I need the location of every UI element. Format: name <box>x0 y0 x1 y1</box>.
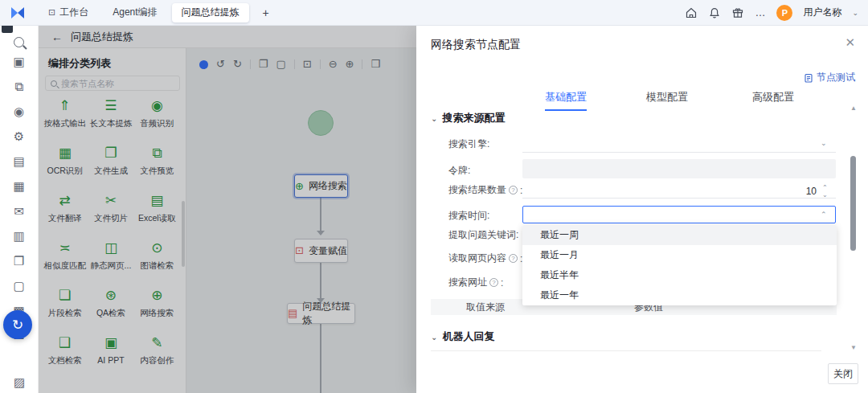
start-node[interactable] <box>308 110 334 136</box>
option-last-year[interactable]: 最近一年 <box>522 285 837 305</box>
stepper-down-icon[interactable]: ⌄ <box>822 192 828 199</box>
calendar-icon[interactable]: ▦ <box>13 180 24 193</box>
section-robot-reply[interactable]: ⌄ 机器人回复 <box>431 330 494 344</box>
node-config-drawer: 网络搜索节点配置 ✕ 节点测试 基础配置 模型配置 高级配置 ⌄ 搜索来源配置 … <box>416 26 868 393</box>
undo-icon[interactable]: ↺ <box>216 59 225 70</box>
more-icon[interactable]: … <box>755 6 766 18</box>
node-tile[interactable]: ✎内容创作 <box>134 330 180 378</box>
image-icon[interactable]: ▨ <box>14 376 25 389</box>
folder-icon[interactable]: ▢ <box>13 280 24 293</box>
tile-label: OCR识别 <box>47 166 82 177</box>
tab-workbench[interactable]: ⊡ 工作台 <box>39 3 98 23</box>
close-button[interactable]: 关闭 <box>828 363 858 384</box>
option-last-half-year[interactable]: 最近半年 <box>522 265 837 285</box>
token-input[interactable] <box>522 159 836 178</box>
node-test-link[interactable]: 节点测试 <box>804 71 855 84</box>
fit-screen-icon[interactable]: ⊡ <box>303 59 312 70</box>
tab-basic-config[interactable]: 基础配置 <box>545 90 587 111</box>
node-tile[interactable]: ❐文件生成 <box>88 141 133 188</box>
flow-canvas[interactable]: ↺ ↻ ❐ ▢ ⊡ ⊖ ⊕ ❒ ⊕ 网络搜索 ⊡ 变量赋值 ▤ <box>186 48 416 393</box>
read-webpage-label: 读取网页内容 ? : <box>448 252 522 265</box>
scroll-up-icon[interactable]: ▲ <box>850 104 857 112</box>
node-web-search[interactable]: ⊕ 网络搜索 <box>294 174 348 198</box>
file-translate-icon: ⇄ <box>59 193 71 209</box>
toolbar-badge[interactable] <box>199 60 208 69</box>
stepper-up-icon[interactable]: ⌃ <box>822 185 828 191</box>
node-tile[interactable]: ▦OCR识别 <box>42 141 88 188</box>
tile-label: 音频识别 <box>140 118 174 129</box>
tile-label: Excel读取 <box>138 213 176 224</box>
close-icon[interactable]: ✕ <box>845 36 855 49</box>
section-search-source[interactable]: ⌄ 搜索来源配置 <box>431 111 505 125</box>
export-icon[interactable]: ❒ <box>371 59 380 70</box>
publish-icon[interactable]: ◉ <box>14 105 24 118</box>
zoom-out-icon[interactable]: ⊖ <box>329 59 338 70</box>
robot-reply-input[interactable] <box>431 350 821 351</box>
result-count-input[interactable] <box>522 198 836 199</box>
gift-icon[interactable] <box>731 6 744 19</box>
scroll-down-icon[interactable]: ▼ <box>850 344 857 351</box>
search-engine-select[interactable] <box>522 152 836 153</box>
search-time-select[interactable] <box>522 206 836 223</box>
node-tile[interactable]: ❑文档检索 <box>42 330 88 378</box>
result-count-value[interactable]: 10 <box>792 186 817 197</box>
tab-advanced-config[interactable]: 高级配置 <box>752 90 794 109</box>
chevron-down-icon: ⌄ <box>821 139 827 147</box>
node-library-panel: 编排分类列表 ⇑按格式输出 ☰长文本提炼 ◉音频识别 ▦OCR识别 ❐文件生成 … <box>39 48 186 393</box>
node-tile[interactable]: ❏片段检索 <box>42 283 88 330</box>
search-icon <box>51 80 57 87</box>
option-last-week[interactable]: 最近一周 <box>522 225 837 245</box>
node-tile[interactable]: ⊕网络搜索 <box>134 283 180 330</box>
node-tile[interactable]: ▤Excel读取 <box>134 188 180 235</box>
tab-agent-orchestration[interactable]: Agent编排 <box>103 3 166 23</box>
search-icon[interactable] <box>14 37 24 47</box>
panel-icon[interactable]: ▥ <box>13 230 24 243</box>
screen-icon[interactable]: ▣ <box>13 55 24 68</box>
node-search-box[interactable] <box>45 76 180 91</box>
node-tile[interactable]: ⊛QA检索 <box>88 283 133 330</box>
node-question-summary[interactable]: ▤ 问题总结提炼 <box>287 303 355 324</box>
node-tile[interactable]: ◉音频识别 <box>134 93 180 141</box>
home-icon[interactable] <box>685 6 698 19</box>
node-tile[interactable]: ✂文件切片 <box>88 188 133 235</box>
time-dropdown-panel: 最近一周 最近一月 最近半年 最近一年 <box>522 225 837 305</box>
sheet-icon[interactable]: ▤ <box>13 155 24 168</box>
mail-icon[interactable]: ✉ <box>14 205 24 218</box>
canvas-toolbar: ↺ ↻ ❐ ▢ ⊡ ⊖ ⊕ ❒ <box>199 56 380 72</box>
plugin-icon[interactable]: ⚙ <box>14 130 24 143</box>
node-tile[interactable]: ☰长文本提炼 <box>88 93 133 141</box>
new-tab-button[interactable]: + <box>257 4 275 22</box>
info-icon[interactable]: ? <box>509 186 518 194</box>
panel-scrollbar[interactable] <box>182 201 185 267</box>
paste-icon[interactable]: ▢ <box>276 59 285 70</box>
tile-label: 文件预览 <box>140 166 174 177</box>
info-icon[interactable]: ? <box>509 254 518 263</box>
drawer-scrollbar[interactable] <box>850 156 856 251</box>
node-tile[interactable]: ◫静态网页... <box>88 235 133 283</box>
tab-question-summary[interactable]: 问题总结提炼 <box>172 3 249 23</box>
node-tile[interactable]: ⊙图谱检索 <box>134 235 180 283</box>
node-tile[interactable]: ⧉文件预览 <box>134 141 180 188</box>
node-variable-assign[interactable]: ⊡ 变量赋值 <box>294 239 348 263</box>
copy-icon[interactable]: ❐ <box>14 255 24 268</box>
workflow-icon[interactable]: ⧉ <box>14 80 23 93</box>
redo-icon[interactable]: ↻ <box>233 59 242 70</box>
node-tile[interactable]: ▣AI PPT <box>88 330 133 378</box>
workflow-title: 问题总结提炼 <box>71 30 133 44</box>
copy-icon[interactable]: ❐ <box>259 59 268 70</box>
bell-icon[interactable] <box>708 6 721 19</box>
avatar[interactable]: P <box>776 5 792 21</box>
username[interactable]: 用户名称 <box>803 6 841 19</box>
back-arrow-icon[interactable]: ← <box>51 31 63 43</box>
node-tile[interactable]: ⇑按格式输出 <box>42 93 88 141</box>
option-last-month[interactable]: 最近一月 <box>522 245 837 265</box>
node-tile[interactable]: ⇄文件翻译 <box>42 188 88 235</box>
node-tile[interactable]: ≍相似度匹配 <box>42 235 88 283</box>
tab-model-config[interactable]: 模型配置 <box>646 90 688 109</box>
node-search-input[interactable] <box>61 79 174 88</box>
node-test-label: 节点测试 <box>817 71 855 84</box>
info-icon[interactable]: ? <box>489 278 498 287</box>
assistant-float-button[interactable]: ↻ <box>3 310 32 339</box>
zoom-in-icon[interactable]: ⊕ <box>346 59 354 70</box>
node-label: 网络搜索 <box>309 179 347 193</box>
